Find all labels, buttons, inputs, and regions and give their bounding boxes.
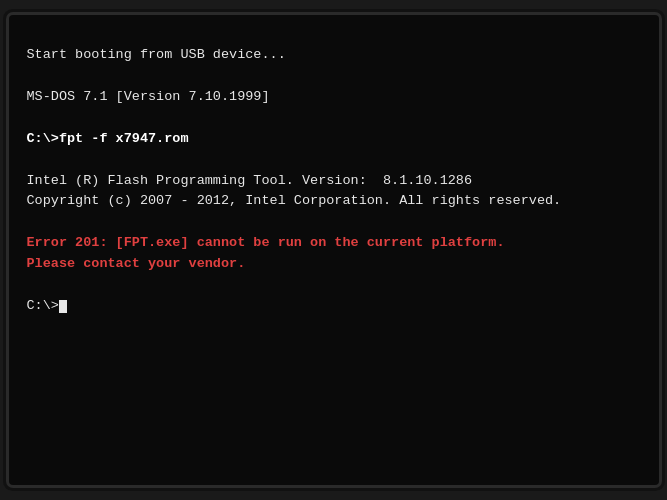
terminal-line: Copyright (c) 2007 - 2012, Intel Corpora… [27,191,641,212]
terminal-line: Please contact your vendor. [27,254,641,275]
terminal-cursor [59,300,67,313]
terminal-blank-line [27,108,641,129]
terminal-line: MS-DOS 7.1 [Version 7.10.1999] [27,87,641,108]
terminal-blank-line [27,66,641,87]
terminal-blank-line [27,212,641,233]
terminal-line: Error 201: [FPT.exe] cannot be run on th… [27,233,641,254]
terminal-line: C:\>fpt -f x7947.rom [27,129,641,150]
terminal-blank-line [27,150,641,171]
terminal-line: C:\> [27,296,641,317]
terminal-line: Start booting from USB device... [27,45,641,66]
screen: Start booting from USB device...MS-DOS 7… [9,15,659,485]
terminal-blank-line [27,275,641,296]
terminal-line: Intel (R) Flash Programming Tool. Versio… [27,171,641,192]
terminal-output: Start booting from USB device...MS-DOS 7… [27,45,641,317]
